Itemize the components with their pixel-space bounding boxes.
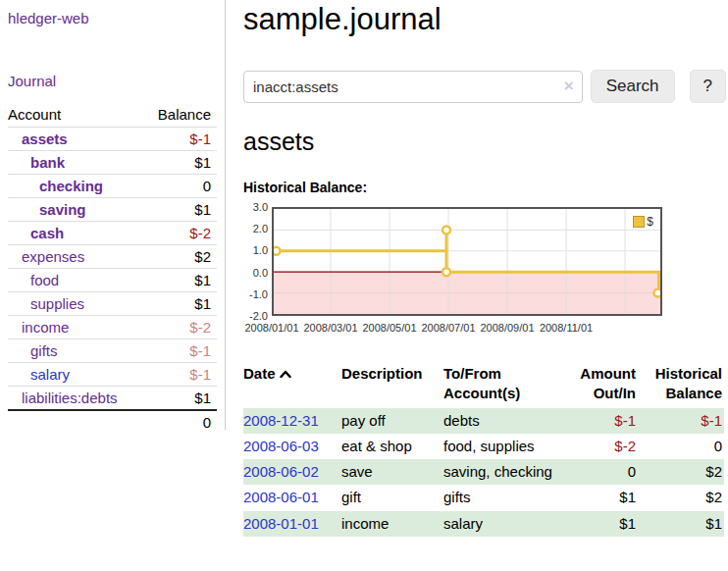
register-row: 2008-06-01 gift gifts $1 $2 (243, 485, 724, 510)
transaction-amount: $1 (567, 485, 638, 510)
transaction-amount: $-1 (567, 408, 638, 434)
account-link-salary[interactable]: salary (30, 366, 70, 383)
data-point-marker (654, 289, 661, 297)
account-link-food[interactable]: food (30, 272, 59, 288)
account-row: salary $-1 (8, 363, 217, 387)
accounts-header-balance: Balance (143, 103, 217, 128)
date-header-label: Date (243, 365, 276, 382)
transaction-balance: $2 (638, 459, 724, 485)
transaction-description: save (341, 459, 443, 485)
app-title-link[interactable]: hledger-web (8, 10, 217, 26)
chart-title: Historical Balance: (243, 180, 726, 195)
x-tick: 2008/05/01 (357, 322, 422, 334)
x-tick: 2008/01/01 (239, 322, 304, 334)
help-button[interactable]: ? (690, 70, 726, 103)
transaction-amount: $1 (567, 511, 638, 537)
account-link-assets[interactable]: assets (22, 130, 68, 147)
clear-search-icon[interactable]: × (564, 77, 574, 96)
account-link-income[interactable]: income (22, 319, 69, 336)
page-title: sample.journal (243, 2, 726, 37)
transaction-balance: $-1 (638, 408, 724, 434)
account-link-checking[interactable]: checking (39, 178, 103, 194)
account-row: checking 0 (8, 175, 217, 198)
chart-plot-area: $ (272, 207, 662, 316)
accounts-total-value: 0 (143, 410, 217, 434)
search-input[interactable] (243, 71, 583, 103)
historical-balance-chart: 3.0 2.0 1.0 0.0 -1.0 -2.0 (243, 203, 695, 340)
account-balance: $-1 (143, 128, 217, 151)
account-row: bank $1 (8, 151, 217, 175)
register-header-date[interactable]: Date (243, 362, 341, 408)
y-tick: 1.0 (243, 244, 268, 256)
x-tick: 2008/03/01 (298, 322, 363, 334)
accounts-table: Account Balance assets $-1 bank $1 check… (8, 103, 217, 434)
account-balance: $-2 (143, 316, 217, 339)
account-row: supplies $1 (8, 292, 217, 316)
account-row: cash $-2 (8, 222, 217, 245)
transaction-balance: 0 (638, 434, 724, 459)
account-link-expenses[interactable]: expenses (22, 248, 84, 265)
account-balance: $1 (143, 198, 217, 222)
account-balance: $1 (143, 387, 217, 411)
transaction-accounts: saving, checking (443, 459, 567, 485)
account-balance: $1 (143, 292, 217, 316)
legend-swatch-icon (633, 216, 645, 228)
transaction-date-link[interactable]: 2008-06-03 (243, 438, 319, 454)
accounts-header-account: Account (8, 103, 143, 128)
y-tick: -1.0 (243, 288, 268, 300)
data-point-marker (442, 268, 450, 276)
register-row: 2008-06-03 eat & shop food, supplies $-2… (243, 434, 724, 459)
transaction-amount: 0 (567, 459, 638, 485)
y-tick: 2.0 (243, 223, 268, 234)
main-content: sample.journal × Search ? assets Histori… (243, 0, 726, 537)
search-bar: × Search ? (243, 70, 726, 103)
legend-label: $ (647, 215, 653, 229)
account-link-cash[interactable]: cash (30, 225, 64, 241)
account-row: assets $-1 (8, 128, 217, 151)
register-header-row: Date Description To/From Account(s) Amou… (243, 362, 724, 408)
register-header-amount: Amount Out/In (567, 362, 638, 408)
transaction-date-link[interactable]: 2008-06-02 (243, 463, 319, 480)
sidebar: hledger-web Journal Account Balance asse… (0, 0, 226, 430)
transaction-date-link[interactable]: 2008-01-01 (243, 515, 319, 532)
register-row: 2008-06-02 save saving, checking 0 $2 (243, 459, 724, 485)
data-point-marker (442, 226, 450, 234)
account-balance: $-1 (143, 363, 217, 387)
account-balance: $-1 (143, 339, 217, 363)
transaction-date-link[interactable]: 2008-06-01 (243, 489, 319, 505)
account-row: food $1 (8, 269, 217, 292)
transaction-description: eat & shop (341, 434, 443, 459)
account-balance: $1 (143, 151, 217, 175)
register-header-accounts: To/From Account(s) (443, 362, 567, 408)
register-header-description: Description (341, 362, 443, 408)
account-link-liabilities-debts[interactable]: liabilities:debts (22, 389, 118, 406)
account-link-supplies[interactable]: supplies (30, 295, 84, 312)
account-link-gifts[interactable]: gifts (30, 342, 58, 359)
accounts-total-row: 0 (8, 410, 217, 434)
sort-asc-icon (280, 364, 291, 384)
transaction-description: gift (341, 485, 443, 510)
x-tick: 2008/07/01 (416, 322, 481, 334)
transaction-date-link[interactable]: 2008-12-31 (243, 412, 319, 429)
register-row: 2008-12-31 pay off debts $-1 $-1 (243, 408, 724, 434)
search-button[interactable]: Search (591, 70, 675, 103)
account-balance: $2 (143, 245, 217, 269)
account-heading: assets (243, 128, 726, 156)
account-balance: $1 (143, 269, 217, 292)
account-link-bank[interactable]: bank (30, 154, 65, 171)
account-row: saving $1 (8, 198, 217, 222)
account-row: gifts $-1 (8, 339, 217, 363)
transaction-accounts: gifts (443, 485, 567, 510)
transaction-amount: $-2 (567, 434, 638, 459)
account-row: expenses $2 (8, 245, 217, 269)
register-header-balance: Historical Balance (638, 362, 724, 408)
transaction-balance: $2 (638, 485, 724, 510)
chart-legend: $ (631, 214, 655, 230)
account-link-saving[interactable]: saving (39, 201, 86, 218)
register-row: 2008-01-01 income salary $1 $1 (243, 511, 724, 537)
account-row: income $-2 (8, 316, 217, 339)
x-tick: 2008/11/01 (534, 322, 598, 334)
chart-canvas (274, 209, 660, 314)
sidebar-item-journal[interactable]: Journal (8, 73, 217, 89)
transaction-balance: $1 (638, 511, 724, 537)
